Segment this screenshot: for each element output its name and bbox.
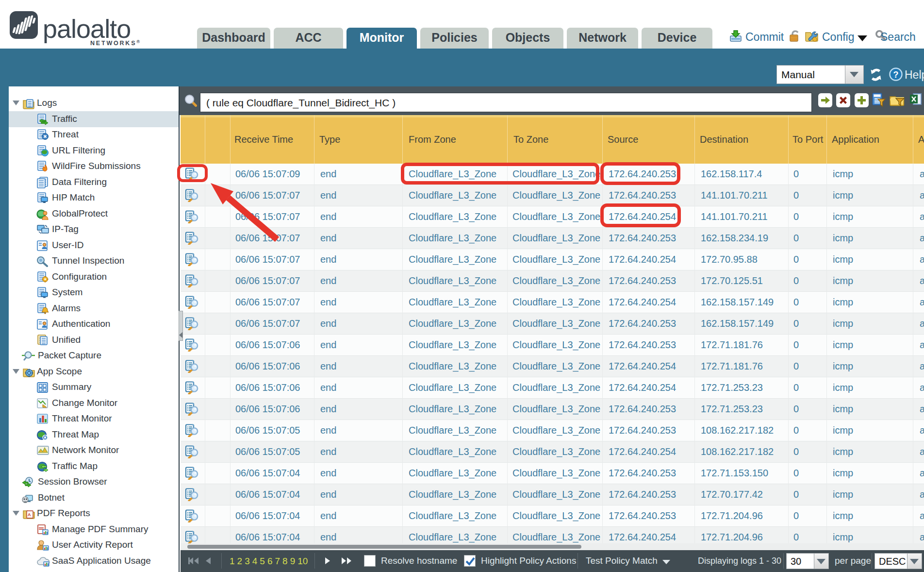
svg-text:A: A xyxy=(28,512,31,517)
svg-text:?: ? xyxy=(893,70,899,80)
